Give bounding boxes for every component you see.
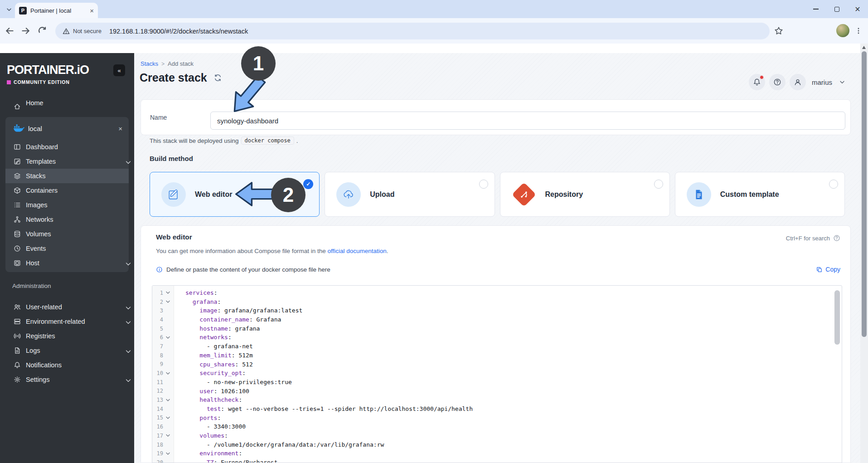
fold-chevron-icon[interactable] bbox=[163, 399, 172, 402]
environment-header[interactable]: local × bbox=[5, 121, 129, 136]
code-line-9[interactable]: cpu_shares: 512 bbox=[185, 360, 842, 369]
environment-close-icon[interactable]: × bbox=[118, 125, 122, 132]
scrollbar-thumb[interactable] bbox=[862, 51, 867, 337]
chevron-down-icon[interactable] bbox=[116, 319, 122, 325]
user-menu-chevron-icon[interactable] bbox=[839, 79, 845, 85]
sidebar-item-stacks[interactable]: Stacks bbox=[5, 169, 129, 183]
compose-code-editor[interactable]: 1234567891011121314151617181920 services… bbox=[152, 285, 842, 463]
window-minimize-icon[interactable] bbox=[805, 0, 826, 18]
fold-chevron-icon[interactable] bbox=[163, 372, 172, 375]
sidebar-item-events[interactable]: Events bbox=[5, 241, 129, 256]
editor-scrollbar-thumb[interactable] bbox=[834, 290, 840, 345]
sidebar-item-home[interactable]: Home bbox=[0, 96, 134, 110]
forward-icon[interactable] bbox=[21, 26, 31, 36]
search-help-icon[interactable] bbox=[833, 234, 840, 242]
gutter-line-20: 20 bbox=[152, 458, 174, 463]
not-secure-warning-icon bbox=[63, 28, 70, 35]
code-line-8[interactable]: mem_limit: 512m bbox=[185, 351, 842, 360]
sidebar-item-logs[interactable]: Logs bbox=[5, 343, 129, 358]
sidebar-item-environment-related[interactable]: Environment-related bbox=[5, 314, 129, 329]
chevron-down-icon[interactable] bbox=[116, 304, 122, 310]
build-method-options: Web editor✓UploadRepositoryCustom templa… bbox=[150, 172, 845, 217]
back-icon[interactable] bbox=[5, 26, 15, 36]
chevron-down-icon[interactable] bbox=[116, 260, 122, 266]
browser-menu-kebab-icon[interactable] bbox=[855, 26, 862, 36]
window-maximize-icon[interactable] bbox=[826, 0, 847, 18]
code-line-4[interactable]: container_name: Grafana bbox=[185, 315, 842, 324]
code-line-13[interactable]: healthcheck: bbox=[185, 395, 842, 405]
build-method-web-editor[interactable]: Web editor✓ bbox=[150, 172, 320, 217]
tab-close-icon[interactable]: × bbox=[90, 7, 94, 14]
url-text[interactable]: 192.168.1.18:9000/#!/2/docker/stacks/new… bbox=[109, 28, 248, 35]
copy-button[interactable]: Copy bbox=[816, 266, 840, 273]
code-line-3[interactable]: image: grafana/grafana:latest bbox=[185, 306, 842, 315]
window-close-icon[interactable]: ✕ bbox=[847, 0, 868, 18]
browser-tab[interactable]: P Portainer | local × bbox=[15, 3, 98, 18]
build-method-upload[interactable]: Upload bbox=[325, 172, 495, 217]
sidebar-item-settings[interactable]: Settings bbox=[5, 372, 129, 387]
breadcrumb-stacks-link[interactable]: Stacks bbox=[141, 60, 158, 67]
editor-search-hint: Ctrl+F for search bbox=[786, 234, 840, 242]
build-method-repository[interactable]: Repository bbox=[500, 172, 670, 217]
stack-name-input[interactable] bbox=[210, 112, 845, 130]
code-line-19[interactable]: environment: bbox=[185, 449, 842, 458]
sidebar-item-volumes[interactable]: Volumes bbox=[5, 227, 129, 241]
code-line-15[interactable]: ports: bbox=[185, 414, 842, 423]
sidebar-item-images[interactable]: Images bbox=[5, 198, 129, 212]
code-line-10[interactable]: security_opt: bbox=[185, 369, 842, 378]
code-line-7[interactable]: - grafana-net bbox=[185, 342, 842, 351]
code-line-17[interactable]: volumes: bbox=[185, 431, 842, 440]
code-line-20[interactable]: TZ: Europe/Bucharest bbox=[185, 458, 842, 463]
fold-chevron-icon[interactable] bbox=[163, 416, 172, 419]
code-line-2[interactable]: grafana: bbox=[185, 297, 842, 307]
code-line-1[interactable]: services: bbox=[185, 288, 842, 297]
sidebar-item-label: Home bbox=[26, 99, 44, 107]
code-line-5[interactable]: hostname: grafana bbox=[185, 324, 842, 333]
reload-icon[interactable] bbox=[37, 26, 47, 36]
not-secure-label[interactable]: Not secure bbox=[73, 28, 102, 34]
code-line-14[interactable]: test: wget --no-verbose --tries=1 --spid… bbox=[185, 405, 842, 414]
official-documentation-link[interactable]: official documentation bbox=[327, 248, 386, 254]
fold-chevron-icon[interactable] bbox=[163, 336, 172, 339]
help-button[interactable] bbox=[769, 74, 786, 90]
line-number: 5 bbox=[152, 326, 163, 332]
tab-search-chevron-icon[interactable] bbox=[5, 5, 14, 14]
page-scrollbar[interactable] bbox=[860, 44, 868, 463]
editor-code-area[interactable]: services: grafana: image: grafana/grafan… bbox=[174, 286, 842, 463]
info-prefix: You can get more information about Compo… bbox=[156, 248, 327, 254]
username[interactable]: marius bbox=[812, 78, 832, 86]
browser-profile-avatar[interactable] bbox=[836, 24, 849, 37]
address-bar[interactable]: Not secure 192.168.1.18:9000/#!/2/docker… bbox=[55, 23, 770, 39]
code-line-11[interactable]: - no-new-privileges:true bbox=[185, 378, 842, 387]
code-line-18[interactable]: - /volume1/docker/grafana/data:/var/lib/… bbox=[185, 440, 842, 449]
radio-unselected-icon[interactable] bbox=[829, 180, 838, 189]
chevron-down-icon[interactable] bbox=[116, 159, 122, 165]
sidebar-item-user-related[interactable]: User-related bbox=[5, 300, 129, 314]
code-line-6[interactable]: networks: bbox=[185, 333, 842, 342]
radio-unselected-icon[interactable] bbox=[654, 180, 663, 189]
fold-chevron-icon[interactable] bbox=[163, 452, 172, 455]
sidebar-item-networks[interactable]: Networks bbox=[5, 212, 129, 227]
bookmark-star-icon[interactable] bbox=[774, 26, 783, 35]
sidebar-item-notifications[interactable]: Notifications bbox=[5, 358, 129, 372]
code-line-12[interactable]: user: 1026:100 bbox=[185, 387, 842, 396]
sidebar-collapse-button[interactable]: « bbox=[113, 64, 125, 76]
chevron-down-icon[interactable] bbox=[116, 377, 122, 383]
sidebar-item-dashboard[interactable]: Dashboard bbox=[5, 140, 129, 154]
user-avatar-button[interactable] bbox=[790, 74, 806, 90]
sidebar-item-templates[interactable]: Templates bbox=[5, 154, 129, 169]
refresh-icon[interactable] bbox=[213, 73, 222, 82]
radio-unselected-icon[interactable] bbox=[479, 180, 488, 189]
scrollbar-up-arrow-icon[interactable] bbox=[862, 46, 866, 49]
sidebar-item-containers[interactable]: Containers bbox=[5, 183, 129, 198]
sidebar-item-registries[interactable]: Registries bbox=[5, 329, 129, 343]
notifications-bell-button[interactable] bbox=[749, 74, 765, 90]
fold-chevron-icon[interactable] bbox=[163, 434, 172, 437]
fold-chevron-icon[interactable] bbox=[163, 291, 172, 294]
sidebar-item-host[interactable]: Host bbox=[5, 256, 129, 270]
chevron-down-icon[interactable] bbox=[116, 348, 122, 354]
fold-chevron-icon[interactable] bbox=[163, 300, 172, 303]
build-method-custom-template[interactable]: Custom template bbox=[675, 172, 845, 217]
code-line-16[interactable]: - 3340:3000 bbox=[185, 422, 842, 431]
administration-section-title: Administration bbox=[12, 283, 51, 289]
